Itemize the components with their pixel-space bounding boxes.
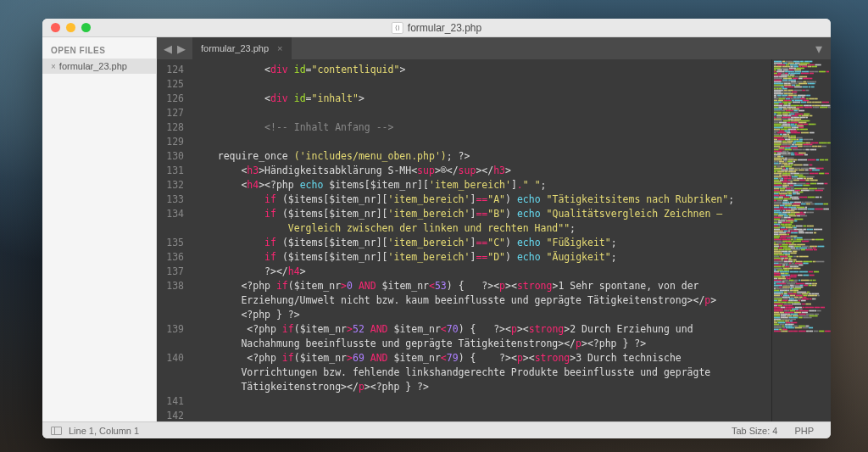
- sidebar: OPEN FILES × formular_23.php: [42, 37, 157, 421]
- status-bar: Line 1, Column 1 Tab Size: 4 PHP: [42, 421, 831, 438]
- minimize-window-button[interactable]: [66, 23, 75, 32]
- tab-label: formular_23.php: [201, 43, 269, 53]
- panel-icon[interactable]: [51, 427, 62, 435]
- tab-close-icon[interactable]: ×: [277, 43, 282, 53]
- close-file-icon[interactable]: ×: [51, 62, 56, 71]
- maximize-window-button[interactable]: [81, 23, 91, 32]
- syntax-selector[interactable]: PHP: [786, 426, 822, 436]
- editor-area: ◀ ▶ formular_23.php × ▾ 1241251261271281…: [157, 37, 831, 421]
- php-file-icon: ⟨⟩: [392, 22, 403, 34]
- nav-back-icon[interactable]: ◀: [162, 42, 174, 55]
- tab-overflow-button[interactable]: ▾: [807, 37, 831, 59]
- code-container: 124125126127128129130131132133134 135136…: [157, 59, 831, 421]
- tab-nav-arrows: ◀ ▶: [157, 37, 192, 59]
- tabbar-spacer: [292, 37, 807, 59]
- nav-forward-icon[interactable]: ▶: [175, 42, 187, 55]
- sidebar-file-item[interactable]: × formular_23.php: [42, 59, 156, 74]
- open-files-header: OPEN FILES: [42, 42, 156, 59]
- minimap[interactable]: ████████████ ████ ██████████ ██████████ …: [771, 59, 831, 421]
- file-tab[interactable]: formular_23.php ×: [192, 37, 292, 59]
- close-window-button[interactable]: [51, 23, 60, 32]
- statusbar-left: Line 1, Column 1: [51, 426, 139, 436]
- window-title: ⟨⟩ formular_23.php: [392, 22, 481, 34]
- main-area: OPEN FILES × formular_23.php ◀ ▶ formula…: [42, 37, 831, 421]
- traffic-lights: [42, 23, 91, 32]
- cursor-position[interactable]: Line 1, Column 1: [69, 426, 139, 436]
- line-number-gutter: 124125126127128129130131132133134 135136…: [157, 59, 189, 421]
- sidebar-file-name: formular_23.php: [59, 61, 127, 71]
- tab-bar: ◀ ▶ formular_23.php × ▾: [157, 37, 831, 59]
- titlebar[interactable]: ⟨⟩ formular_23.php: [42, 19, 831, 37]
- window-title-text: formular_23.php: [408, 22, 481, 34]
- tab-size-selector[interactable]: Tab Size: 4: [723, 426, 786, 436]
- editor-window: ⟨⟩ formular_23.php OPEN FILES × formular…: [42, 19, 831, 438]
- code-editor[interactable]: <div id="contentliquid"> <div id="inhalt…: [189, 59, 771, 421]
